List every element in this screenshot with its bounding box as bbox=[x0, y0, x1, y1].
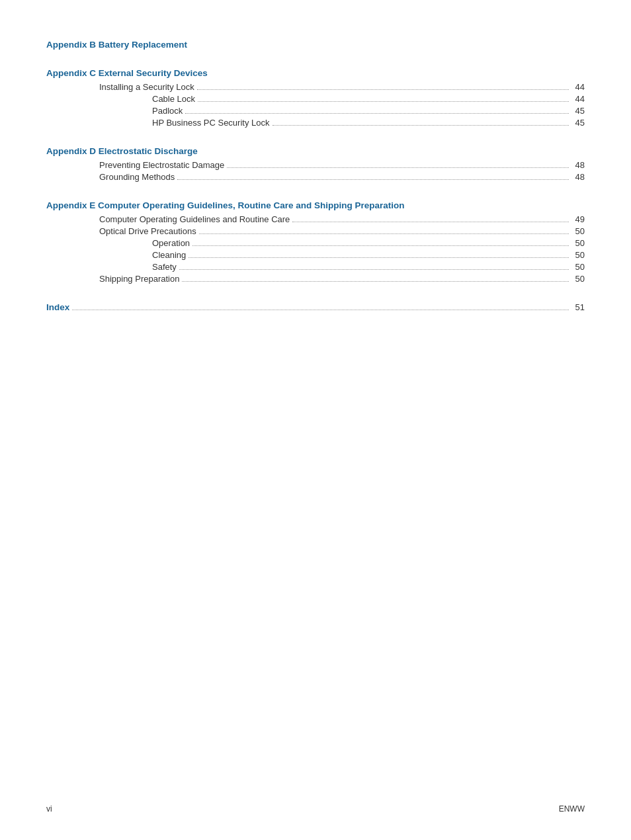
footer-right: ENWW bbox=[559, 804, 585, 814]
toc-dots bbox=[182, 281, 569, 282]
toc-page: 50 bbox=[571, 250, 585, 260]
toc-entry-optical-drive: Optical Drive Precautions 50 bbox=[46, 226, 585, 236]
toc-entry-cleaning: Cleaning 50 bbox=[46, 250, 585, 260]
toc-page: 44 bbox=[571, 82, 585, 92]
toc-entry-installing-security-lock: Installing a Security Lock 44 bbox=[46, 82, 585, 92]
toc-dots bbox=[273, 125, 569, 126]
toc-page: 45 bbox=[571, 118, 585, 128]
toc-page: 49 bbox=[571, 214, 585, 224]
toc-entry-cable-lock: Cable Lock 44 bbox=[46, 94, 585, 104]
toc-dots bbox=[198, 101, 569, 102]
index-label[interactable]: Index bbox=[46, 302, 69, 312]
toc-dots bbox=[177, 179, 569, 180]
toc-page: 48 bbox=[571, 160, 585, 170]
toc-page: 50 bbox=[571, 262, 585, 272]
toc-entry-padlock: Padlock 45 bbox=[46, 106, 585, 116]
toc-page: 50 bbox=[571, 238, 585, 248]
toc-label: HP Business PC Security Lock bbox=[152, 118, 270, 128]
toc-label: Padlock bbox=[152, 106, 183, 116]
appendix-e-section: Appendix E Computer Operating Guidelines… bbox=[46, 200, 585, 284]
toc-dots bbox=[227, 167, 569, 168]
toc-entry-grounding-methods: Grounding Methods 48 bbox=[46, 172, 585, 182]
toc-label: Installing a Security Lock bbox=[99, 82, 194, 92]
toc-entry-operation: Operation 50 bbox=[46, 238, 585, 248]
toc-dots bbox=[179, 269, 569, 270]
toc-label: Operation bbox=[152, 238, 190, 248]
toc-entry-shipping-prep: Shipping Preparation 50 bbox=[46, 274, 585, 284]
toc-page: 48 bbox=[571, 172, 585, 182]
toc-dots bbox=[199, 233, 569, 234]
toc-dots bbox=[185, 113, 569, 114]
appendix-d-section: Appendix D Electrostatic Discharge Preve… bbox=[46, 146, 585, 182]
toc-dots bbox=[292, 222, 569, 222]
toc-entry-safety: Safety 50 bbox=[46, 262, 585, 272]
appendix-c-heading[interactable]: Appendix C External Security Devices bbox=[46, 68, 585, 78]
toc-page: 44 bbox=[571, 94, 585, 104]
toc-label: Grounding Methods bbox=[99, 172, 175, 182]
appendix-c-section: Appendix C External Security Devices Ins… bbox=[46, 68, 585, 128]
footer-left: vi bbox=[46, 804, 52, 814]
toc-entry-computer-operating: Computer Operating Guidelines and Routin… bbox=[46, 214, 585, 224]
toc-label: Optical Drive Precautions bbox=[99, 226, 196, 236]
toc-label: Shipping Preparation bbox=[99, 274, 179, 284]
toc-label: Cleaning bbox=[152, 250, 186, 260]
footer: vi ENWW bbox=[46, 804, 585, 814]
toc-label: Cable Lock bbox=[152, 94, 195, 104]
appendix-e-heading[interactable]: Appendix E Computer Operating Guidelines… bbox=[46, 200, 585, 210]
toc-dots bbox=[192, 245, 569, 246]
toc-entry-hp-security-lock: HP Business PC Security Lock 45 bbox=[46, 118, 585, 128]
index-dots bbox=[72, 310, 569, 310]
toc-page: 50 bbox=[571, 226, 585, 236]
toc-dots bbox=[197, 89, 569, 90]
page: Appendix B Battery Replacement Appendix … bbox=[0, 0, 631, 840]
index-page: 51 bbox=[571, 302, 585, 312]
appendix-b-section: Appendix B Battery Replacement bbox=[46, 40, 585, 50]
appendix-b-heading[interactable]: Appendix B Battery Replacement bbox=[46, 40, 585, 50]
appendix-d-heading[interactable]: Appendix D Electrostatic Discharge bbox=[46, 146, 585, 156]
toc-dots bbox=[189, 257, 569, 258]
toc-label: Preventing Electrostatic Damage bbox=[99, 160, 224, 170]
toc-entry-preventing-esd: Preventing Electrostatic Damage 48 bbox=[46, 160, 585, 170]
index-entry: Index 51 bbox=[46, 302, 585, 312]
toc-page: 45 bbox=[571, 106, 585, 116]
toc-label: Safety bbox=[152, 262, 177, 272]
toc-page: 50 bbox=[571, 274, 585, 284]
toc-label: Computer Operating Guidelines and Routin… bbox=[99, 214, 290, 224]
